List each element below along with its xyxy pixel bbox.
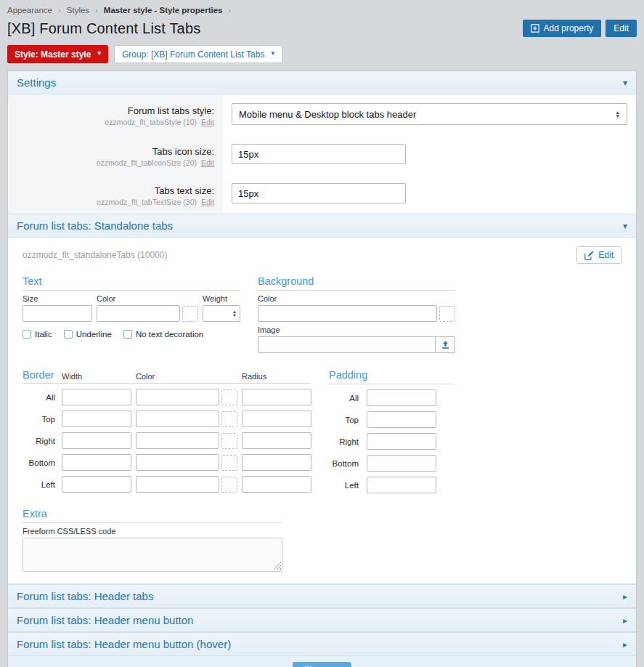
- property-key: ozzmodz_flt_tabTextSize (30): [97, 198, 197, 206]
- border-radius-input[interactable]: [242, 476, 311, 493]
- row-control: [223, 135, 636, 174]
- property-key: ozzmodz_flt_standaloneTabs (10000): [23, 250, 167, 260]
- border-radius-input[interactable]: [242, 432, 311, 449]
- no-text-decoration-checkbox[interactable]: [123, 330, 132, 339]
- style-properties-block: Settings ▾ Forum list tabs style: ozzmod…: [7, 70, 637, 667]
- tabs-style-select[interactable]: Mobile menu & Desktop block tabs header …: [232, 103, 627, 125]
- breadcrumb-style-properties[interactable]: Master style - Style properties: [104, 6, 223, 15]
- tabs-icon-size-input[interactable]: [232, 144, 406, 164]
- border-width-input[interactable]: [62, 411, 131, 427]
- section-header-standalone-tabs[interactable]: Forum list tabs: Standalone tabs ▾: [8, 214, 636, 238]
- border-color-input[interactable]: [136, 476, 219, 493]
- border-color-swatch[interactable]: [221, 477, 237, 493]
- tabs-style-row: Forum list tabs style: ozzmodz_flt_tabsS…: [8, 94, 636, 135]
- padding-input[interactable]: [367, 477, 436, 493]
- row-control: [223, 174, 636, 214]
- title-row: [XB] Forum Content List Tabs Add propert…: [7, 20, 637, 37]
- standalone-meta-row: ozzmodz_flt_standaloneTabs (10000) Edit: [23, 246, 621, 264]
- background-image-input[interactable]: [258, 336, 435, 353]
- border-color-control: [136, 389, 237, 405]
- freeform-css-input[interactable]: [23, 538, 282, 572]
- border-radius-input[interactable]: [242, 411, 311, 427]
- text-color-swatch[interactable]: [182, 306, 198, 322]
- property-edit-link[interactable]: Edit: [201, 158, 214, 167]
- field-meta: ozzmodz_flt_tabTextSize (30) Edit: [17, 198, 214, 206]
- padding-row-label: Top: [329, 416, 361, 424]
- chevron-down-icon: ▾: [623, 221, 627, 231]
- border-color-swatch[interactable]: [221, 389, 237, 405]
- padding-input[interactable]: [367, 455, 436, 472]
- breadcrumb-separator-icon: ›: [58, 7, 60, 15]
- section-header-header-menu-button-hover[interactable]: Forum list tabs: Header menu button (hov…: [8, 632, 636, 656]
- breadcrumb-styles[interactable]: Styles: [67, 6, 89, 15]
- caret-down-icon: ▾: [97, 50, 101, 57]
- row-label: Tabs icon size: ozzmodz_flt_tabIconSize …: [8, 135, 223, 174]
- background-color-swatch[interactable]: [439, 306, 455, 322]
- text-size-input[interactable]: [23, 305, 92, 322]
- chevron-right-icon: ▸: [623, 591, 627, 602]
- padding-group-heading: Padding: [329, 369, 454, 384]
- underline-checkbox[interactable]: [64, 330, 73, 339]
- border-color-input[interactable]: [136, 389, 219, 405]
- property-key: ozzmodz_flt_tabIconSize (20): [97, 158, 197, 167]
- border-radius-input[interactable]: [242, 389, 311, 405]
- border-color-control: [136, 454, 237, 471]
- border-color-swatch[interactable]: [221, 455, 237, 471]
- background-image-control: [258, 336, 455, 353]
- edit-button[interactable]: Edit: [606, 20, 637, 37]
- padding-input[interactable]: [367, 433, 436, 450]
- row-label: Tabs text size: ozzmodz_flt_tabTextSize …: [8, 174, 223, 214]
- border-color-input[interactable]: [136, 411, 219, 427]
- border-color-input[interactable]: [136, 454, 219, 471]
- field-label: Tabs text size:: [17, 185, 214, 196]
- border-width-input[interactable]: [62, 432, 131, 449]
- underline-option[interactable]: Underline: [64, 330, 112, 339]
- text-color-input[interactable]: [97, 305, 180, 322]
- border-color-control: [136, 411, 237, 427]
- upload-button[interactable]: [435, 336, 455, 353]
- border-width-input[interactable]: [62, 389, 131, 405]
- border-group-heading: Border: [23, 369, 57, 381]
- border-color-control: [136, 476, 237, 493]
- property-edit-link[interactable]: Edit: [201, 118, 214, 126]
- section-header-settings[interactable]: Settings ▾: [8, 71, 636, 94]
- padding-input[interactable]: [367, 389, 436, 406]
- group-select-button[interactable]: Group: [XB] Forum Content List Tabs ▾: [114, 45, 282, 63]
- edit-label: Edit: [614, 24, 629, 33]
- section-header-header-menu-button[interactable]: Forum list tabs: Header menu button ▸: [8, 608, 636, 632]
- plus-square-icon: [531, 24, 539, 33]
- background-color-control: [258, 305, 455, 322]
- add-property-button[interactable]: Add property: [523, 20, 602, 37]
- save-button[interactable]: Save: [293, 662, 351, 667]
- border-color-swatch[interactable]: [221, 433, 237, 449]
- padding-input[interactable]: [367, 411, 436, 428]
- no-text-decoration-option[interactable]: No text decoration: [123, 330, 203, 339]
- border-color-input[interactable]: [136, 432, 219, 449]
- border-color-swatch[interactable]: [221, 411, 237, 427]
- chevron-right-icon: ▸: [623, 615, 627, 626]
- border-row-label: All: [23, 393, 57, 402]
- italic-checkbox[interactable]: [23, 330, 31, 339]
- style-select-button[interactable]: Style: Master style ▾: [7, 45, 108, 63]
- standalone-tabs-body: ozzmodz_flt_standaloneTabs (10000) Edit …: [8, 238, 636, 584]
- tabs-text-size-input[interactable]: [232, 183, 406, 203]
- text-weight-select[interactable]: ▲▼: [203, 305, 240, 322]
- breadcrumb: Appearance › Styles › Master style - Sty…: [7, 4, 637, 17]
- background-color-input[interactable]: [258, 305, 437, 322]
- field-label: Tabs icon size:: [17, 146, 214, 157]
- border-width-input[interactable]: [62, 454, 131, 471]
- border-width-input[interactable]: [62, 476, 131, 493]
- standalone-edit-button[interactable]: Edit: [576, 246, 621, 264]
- breadcrumb-separator-icon: ›: [95, 7, 97, 15]
- chevron-down-icon: ▾: [623, 78, 627, 88]
- border-radius-input[interactable]: [242, 454, 311, 471]
- italic-option[interactable]: Italic: [23, 330, 52, 339]
- property-edit-link[interactable]: Edit: [201, 198, 214, 206]
- padding-row-label: Right: [329, 437, 361, 446]
- border-row-label: Left: [23, 480, 57, 489]
- no-text-decoration-label: No text decoration: [136, 330, 203, 339]
- section-header-header-tabs[interactable]: Forum list tabs: Header tabs ▸: [8, 584, 636, 608]
- background-group-heading: Background: [258, 275, 455, 291]
- breadcrumb-appearance[interactable]: Appearance: [7, 6, 52, 15]
- background-group: Background Color Image: [258, 275, 455, 353]
